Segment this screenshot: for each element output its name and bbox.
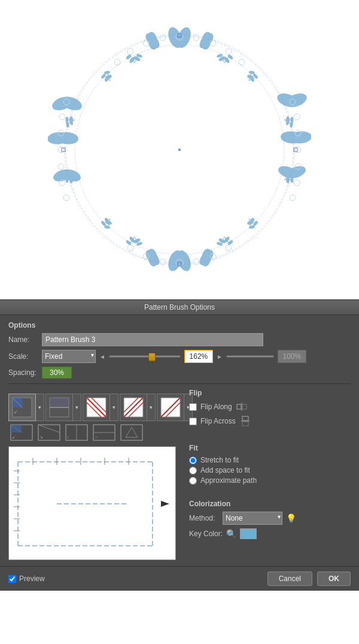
tile2-dropdown-btn[interactable]: ▾ xyxy=(73,394,81,421)
svg-rect-194 xyxy=(242,404,247,409)
spacing-row: Spacing: xyxy=(8,367,351,379)
cancel-button[interactable]: Cancel xyxy=(267,572,312,586)
key-color-row: Key Color: 🔍 xyxy=(189,528,351,539)
tile4-group: ▾ xyxy=(120,394,156,421)
dialog-titlebar: Pattern Brush Options xyxy=(0,300,359,315)
lightbulb-icon[interactable]: 💡 xyxy=(286,513,296,523)
scale-label: Scale: xyxy=(8,352,38,361)
add-space-row: Add space to fit xyxy=(189,466,351,474)
scale-dropdown-wrapper: Fixed xyxy=(42,350,96,363)
tile-diagonal3-swatch[interactable] xyxy=(157,394,184,421)
scale-percent-input[interactable] xyxy=(184,350,213,363)
approx-path-label: Approximate path xyxy=(200,476,257,485)
colorization-section: Colorization Method: None Tints Tints an… xyxy=(189,500,351,539)
tile-icon-5[interactable] xyxy=(120,424,144,442)
svg-rect-163 xyxy=(11,425,22,433)
svg-point-37 xyxy=(160,35,166,41)
spacing-input[interactable] xyxy=(42,367,72,379)
svg-point-59 xyxy=(59,114,65,120)
key-color-swatch[interactable] xyxy=(240,528,257,539)
svg-point-62 xyxy=(58,164,64,170)
svg-point-10 xyxy=(48,18,51,21)
svg-point-56 xyxy=(226,245,232,251)
options-section-label: Options xyxy=(8,321,351,329)
tile3-group: ▾ xyxy=(83,394,118,421)
svg-point-6 xyxy=(48,18,53,28)
flip-across-row: Flip Across xyxy=(189,415,351,427)
scale-slider2-track xyxy=(226,355,274,358)
method-dropdown[interactable]: None Tints Tints and Shades Hue Shift xyxy=(223,512,282,525)
scale-slider[interactable] xyxy=(109,355,181,358)
colorization-title: Colorization xyxy=(189,500,351,508)
preview-box xyxy=(8,446,176,560)
spacer2 xyxy=(189,486,351,492)
tile-icon-row2: ↙ ↘ ↕ xyxy=(10,424,182,442)
svg-point-45 xyxy=(294,114,300,120)
dialog-title: Pattern Brush Options xyxy=(144,303,215,312)
flip-along-checkbox[interactable] xyxy=(189,403,197,411)
flip-along-label: Flip Along xyxy=(200,403,232,411)
scale-slider-start-icon: ◄ xyxy=(99,353,105,360)
name-label: Name: xyxy=(8,335,38,344)
pattern-brush-options-dialog: Pattern Brush Options Options Name: Scal… xyxy=(0,300,359,591)
svg-text:↕: ↕ xyxy=(67,435,69,439)
svg-rect-145 xyxy=(13,398,22,407)
tile-swatch-row: ↙ ▾ ▾ xyxy=(8,394,182,421)
svg-point-38 xyxy=(210,40,216,46)
stretch-radio[interactable] xyxy=(189,456,197,464)
tile-diagonal1-swatch[interactable] xyxy=(83,394,110,421)
name-input[interactable] xyxy=(42,333,263,346)
flip-across-icon xyxy=(239,415,251,427)
tile3-dropdown-btn[interactable]: ▾ xyxy=(110,394,118,421)
svg-rect-197 xyxy=(242,422,248,426)
svg-point-49 xyxy=(294,180,300,186)
approx-path-radio[interactable] xyxy=(189,477,197,485)
dialog-body: Options Name: Scale: Fixed ◄ ► xyxy=(0,315,359,566)
preview-checkbox[interactable] xyxy=(8,575,16,583)
scale-slider-thumb[interactable] xyxy=(148,353,156,361)
flip-section-title: Flip xyxy=(189,389,351,397)
name-row: Name: xyxy=(8,333,351,346)
tile-icon-1[interactable]: ↙ xyxy=(10,424,34,442)
svg-point-41 xyxy=(127,49,133,55)
scale-row: Scale: Fixed ◄ ► xyxy=(8,350,351,363)
flip-across-label: Flip Across xyxy=(200,417,236,425)
tile-icon-2[interactable]: ↘ xyxy=(37,424,61,442)
spacer1 xyxy=(189,430,351,437)
flip-across-checkbox[interactable] xyxy=(189,418,197,425)
tile4-dropdown-btn[interactable]: ▾ xyxy=(147,394,156,421)
dialog-footer: Preview Cancel OK xyxy=(0,566,359,591)
svg-marker-175 xyxy=(126,427,138,437)
svg-text:↘: ↘ xyxy=(39,435,43,439)
scale-dropdown[interactable]: Fixed xyxy=(42,350,96,363)
svg-rect-149 xyxy=(50,398,69,407)
svg-text:↙: ↙ xyxy=(12,435,16,439)
svg-rect-193 xyxy=(237,404,241,409)
eyedropper-icon[interactable]: 🔍 xyxy=(226,529,236,539)
tile1-dropdown-btn[interactable]: ▾ xyxy=(36,394,44,421)
wreath-svg xyxy=(48,18,311,282)
tile1-group: ↙ ▾ xyxy=(8,394,44,421)
ok-button[interactable]: OK xyxy=(317,572,351,586)
tile-icon-3[interactable]: ↕ xyxy=(65,424,89,442)
flip-along-row: Flip Along xyxy=(189,401,351,413)
fit-section: Fit Stretch to fit Add space to fit Appr… xyxy=(189,444,351,485)
svg-rect-196 xyxy=(242,416,248,421)
svg-point-50 xyxy=(290,195,296,201)
method-dropdown-wrapper: None Tints Tints and Shades Hue Shift xyxy=(223,512,282,525)
tile-diagonal2-swatch[interactable] xyxy=(120,394,147,421)
svg-text:↙: ↙ xyxy=(14,409,18,415)
preview-check-group: Preview xyxy=(8,575,45,583)
scale-slider-end-icon: ► xyxy=(217,353,223,360)
canvas-area xyxy=(0,0,359,300)
flip-along-icon xyxy=(236,401,248,413)
divider1 xyxy=(8,383,351,384)
approx-path-row: Approximate path xyxy=(189,476,351,485)
add-space-radio[interactable] xyxy=(189,467,197,474)
svg-point-39 xyxy=(143,40,149,46)
tile-icon-4[interactable]: ↔ xyxy=(92,424,116,442)
tile-side-swatch[interactable] xyxy=(45,394,73,421)
two-col-layout: ↙ ▾ ▾ xyxy=(8,389,351,560)
left-column: ↙ ▾ ▾ xyxy=(8,389,182,560)
tile-corner-swatch[interactable]: ↙ xyxy=(8,394,36,421)
